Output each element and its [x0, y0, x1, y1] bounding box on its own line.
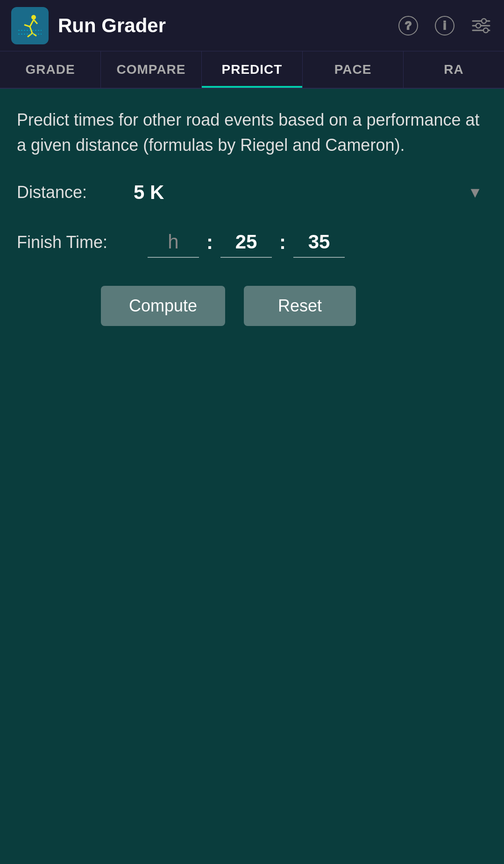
tab-compare[interactable]: COMPARE [101, 51, 202, 88]
header-icons: ? i [397, 14, 493, 37]
chevron-down-icon: ▼ [468, 184, 483, 201]
info-button[interactable]: i [433, 14, 456, 37]
main-content: Predict times for other road events base… [0, 89, 504, 864]
tab-ra[interactable]: RA [404, 51, 504, 88]
separator-1: : [204, 231, 216, 254]
tab-grade[interactable]: GRADE [0, 51, 101, 88]
tab-bar: GRADE COMPARE PREDICT PACE RA [0, 51, 504, 89]
svg-text:i: i [443, 19, 447, 32]
tab-pace[interactable]: PACE [303, 51, 404, 88]
svg-text:?: ? [405, 19, 412, 32]
svg-point-18 [476, 23, 481, 28]
distance-selector[interactable]: 5 K ▼ [120, 181, 487, 204]
second-input[interactable] [293, 227, 345, 258]
help-button[interactable]: ? [397, 14, 420, 37]
minute-input[interactable] [220, 227, 272, 258]
app-title: Run Grader [58, 14, 397, 37]
buttons-row: Compute Reset [101, 286, 487, 326]
settings-button[interactable] [469, 14, 493, 37]
svg-point-19 [483, 28, 488, 33]
tab-predict[interactable]: PREDICT [202, 51, 303, 88]
svg-point-1 [31, 15, 36, 20]
distance-value: 5 K [134, 181, 164, 204]
svg-point-17 [482, 19, 486, 23]
hour-input[interactable] [148, 227, 199, 258]
description-text: Predict times for other road events base… [17, 107, 487, 158]
finish-time-label: Finish Time: [17, 233, 148, 252]
time-inputs: : : [148, 227, 345, 258]
separator-2: : [277, 231, 289, 254]
app-icon [11, 7, 49, 44]
reset-button[interactable]: Reset [244, 286, 356, 326]
compute-button[interactable]: Compute [101, 286, 225, 326]
finish-time-row: Finish Time: : : [17, 227, 487, 258]
app-header: Run Grader ? i [0, 0, 504, 51]
distance-row: Distance: 5 K ▼ [17, 181, 487, 204]
distance-label: Distance: [17, 183, 120, 202]
